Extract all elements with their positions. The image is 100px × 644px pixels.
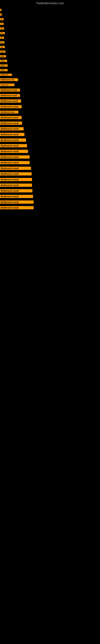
bar-row: Bottleneck result (0, 115, 100, 120)
bar-label: Bottleneck result (0, 189, 32, 192)
bar-row: Bottleneck result (0, 126, 100, 132)
bar-row: Bottleneck result (0, 120, 100, 126)
bar-row: Bottleneck result (0, 171, 100, 177)
bar-label: Bottleneck result (0, 105, 22, 108)
bar-label: Bottle (0, 69, 8, 71)
bar-row: Bottleneck result (0, 143, 100, 148)
bar-label: Bottleneck result (0, 127, 24, 130)
bar-row: Bottleneck (0, 72, 100, 77)
bar-label: B (0, 9, 1, 11)
bar-row: Bo (0, 36, 100, 40)
bar-label: Bo (0, 27, 4, 30)
bar-label: Bottleneck result (0, 88, 20, 92)
bar-row: Bo (0, 26, 100, 31)
bar-label: Bottleneck result (0, 161, 30, 164)
bar-row: Bo (0, 40, 100, 45)
bar-label: Bot (0, 46, 5, 48)
bar-label: Bottleneck result (0, 150, 28, 153)
bar-row: Bottleneck result (0, 87, 100, 93)
bar-row: Bottle (0, 63, 100, 68)
bar-row: Bottleneck r (0, 82, 100, 87)
bar-row: Bottleneck result (0, 104, 100, 110)
bar-row: Bot (0, 31, 100, 36)
bar-row: Bo (0, 17, 100, 22)
bar-label: Bottleneck result (0, 144, 27, 147)
bar-label: Bottleneck result (0, 200, 34, 204)
bar-row: Bottle (0, 68, 100, 72)
bar-row: Bottleneck result (0, 132, 100, 137)
bar-row: Bott (0, 49, 100, 54)
bar-row: Bottl (0, 54, 100, 58)
bar-label: Bottleneck result (0, 133, 24, 136)
bar-label: Bottleneck result (0, 138, 26, 142)
bar-label: Bot (0, 32, 5, 34)
bars-container: BBBoBoBoBotBoBoBotBottBottlBottleBottleB… (0, 6, 100, 210)
bar-label: Bo (0, 23, 3, 25)
bar-row: Bottleneck result (0, 188, 100, 194)
bar-row: B (0, 12, 100, 17)
bar-label: Bottleneck result (0, 122, 22, 125)
bar-label: Bo (0, 18, 3, 20)
bar-label: Bottleneck result (0, 184, 32, 187)
bar-row: Bottleneck resu (0, 110, 100, 115)
bar-row: Bottleneck result (0, 205, 100, 210)
bar-label: Bottleneck result (0, 155, 30, 158)
bar-row: Bottleneck result (0, 194, 100, 199)
bar-row: Bottleneck result (0, 182, 100, 188)
bar-row: B (0, 8, 100, 12)
bar-label: Bottleneck result (0, 167, 31, 170)
bar-label: Bottleneck result (0, 100, 21, 103)
bar-label: Bottleneck result (0, 172, 32, 176)
bar-label: Bottleneck result (0, 94, 20, 97)
bar-label: Bottleneck result (0, 195, 33, 198)
bar-label: Bottleneck r (0, 84, 14, 86)
bar-row: Bottleneck result (0, 166, 100, 171)
bar-label: Bottle (0, 64, 8, 66)
bar-row: Bottleneck result (0, 177, 100, 182)
bar-label: Bottleneck (0, 74, 12, 76)
bar-label: Bottleneck result (0, 206, 34, 209)
bar-row: Bottleneck result (0, 199, 100, 205)
bar-row: Bot (0, 45, 100, 49)
bar-label: Bott (0, 50, 5, 53)
bar-row: Bottleneck result (0, 154, 100, 160)
bar-label: Bottleneck resu (0, 78, 18, 81)
site-title: TheBottlenecker.com (0, 0, 100, 6)
bar-row: Bottleneck result (0, 148, 100, 154)
bar-label: Bo (0, 37, 4, 39)
bar-label: B (0, 14, 2, 16)
bar-label: Bottle (0, 60, 7, 62)
bar-row: Bottle (0, 58, 100, 63)
bar-row: Bo (0, 22, 100, 26)
bar-row: Bottleneck result (0, 160, 100, 166)
bar-label: Bo (0, 41, 4, 44)
bar-row: Bottleneck result (0, 137, 100, 143)
bar-row: Bottleneck result (0, 93, 100, 98)
bar-row: Bottleneck result (0, 98, 100, 104)
bar-row: Bottleneck resu (0, 77, 100, 82)
bar-label: Bottleneck resu (0, 111, 18, 114)
bar-label: Bottleneck result (0, 116, 22, 119)
bar-label: Bottleneck result (0, 178, 32, 181)
bar-label: Bottl (0, 55, 6, 57)
